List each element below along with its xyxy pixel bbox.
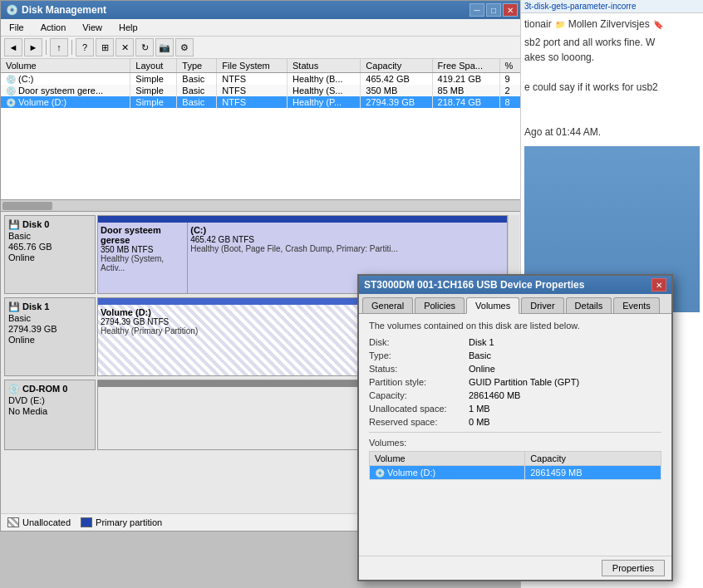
- volumes-table: Volume Capacity 💿 Volume (D:) 2861459 MB: [369, 451, 661, 480]
- settings-button[interactable]: ⚙: [175, 38, 194, 56]
- up-button[interactable]: ↑: [50, 38, 68, 56]
- cell-type-2: Basic: [177, 96, 217, 108]
- menu-help[interactable]: Help: [114, 21, 143, 34]
- toolbar-separator-1: [46, 40, 47, 55]
- cell-status-0: Healthy (B...: [287, 73, 360, 86]
- usb-dialog-title-bar: ST3000DM 001-1CH166 USB Device Propertie…: [359, 276, 671, 294]
- part-size-0: 350 MB NTFS: [101, 245, 184, 254]
- vol-table-row[interactable]: 💿 Volume (D:) 2861459 MB: [370, 466, 661, 480]
- disk1-type: Basic: [8, 313, 91, 323]
- cell-pct-1: 2: [499, 85, 522, 96]
- tab-details[interactable]: Details: [566, 297, 612, 313]
- col-capacity[interactable]: Capacity: [361, 59, 432, 73]
- disk-icon-1: 💾: [8, 301, 20, 311]
- cell-capacity-0: 465.42 GB: [361, 73, 432, 86]
- cell-volume-1: 💿 Door systeem gere...: [1, 85, 130, 96]
- disk1-name: 💾 Disk 1: [8, 301, 91, 312]
- field-label-reserved: Reserved space:: [369, 417, 469, 427]
- tab-policies[interactable]: Policies: [415, 297, 465, 313]
- dialog-field-capacity: Capacity: 2861460 MB: [369, 390, 661, 400]
- cell-fs-0: NTFS: [217, 73, 288, 86]
- vol-cell-capacity: 2861459 MB: [525, 466, 661, 480]
- col-pct[interactable]: %: [499, 59, 522, 73]
- col-type[interactable]: Type: [177, 59, 217, 73]
- vol-col-volume[interactable]: Volume: [370, 452, 525, 466]
- table-row[interactable]: 💿 Door systeem gere... Simple Basic NTFS…: [1, 85, 523, 96]
- partition-system[interactable]: Door systeem gerese 350 MB NTFS Healthy …: [98, 223, 188, 293]
- usb-dialog-title: ST3000DM 001-1CH166 USB Device Propertie…: [364, 279, 584, 291]
- disk1-label: 💾 Disk 1 Basic 2794.39 GB Online: [4, 297, 96, 376]
- browser-url: 3t-disk-gets-parameter-incorre: [521, 0, 703, 13]
- legend-unallocated-box: [7, 517, 19, 527]
- disk0-status: Online: [8, 252, 91, 262]
- vol-cell-volume: 💿 Volume (D:): [370, 466, 525, 480]
- refresh-button[interactable]: ↻: [135, 38, 154, 56]
- part-size-1: 465.42 GB NTFS: [190, 235, 504, 244]
- disk1-size: 2794.39 GB: [8, 324, 91, 334]
- col-free[interactable]: Free Spa...: [432, 59, 499, 73]
- tab-general[interactable]: General: [362, 297, 413, 313]
- dialog-separator: [369, 432, 661, 433]
- vol-col-capacity[interactable]: Capacity: [525, 452, 661, 466]
- dialog-field-reserved: Reserved space: 0 MB: [369, 417, 661, 427]
- col-layout[interactable]: Layout: [130, 59, 177, 73]
- properties-button[interactable]: Properties: [602, 560, 665, 576]
- col-volume[interactable]: Volume: [1, 59, 130, 73]
- disk0-label: 💾 Disk 0 Basic 465.76 GB Online: [4, 215, 96, 294]
- menu-action[interactable]: Action: [36, 21, 71, 34]
- dialog-field-type: Type: Basic: [369, 350, 661, 360]
- browser-text-3: akes so looong.: [524, 50, 700, 65]
- menu-file[interactable]: File: [4, 21, 29, 34]
- usb-dialog-tab-bar: General Policies Volumes Driver Details …: [359, 294, 671, 314]
- cell-status-1: Healthy (S...: [287, 85, 360, 96]
- cell-free-2: 218.74 GB: [432, 96, 499, 108]
- tab-volumes[interactable]: Volumes: [466, 297, 519, 314]
- part-name-1: (C:): [190, 225, 504, 235]
- camera-button[interactable]: 📷: [155, 38, 174, 56]
- pane-button[interactable]: ⊞: [96, 38, 114, 56]
- table-row[interactable]: 💿 Volume (D:) Simple Basic NTFS Healthy …: [1, 96, 523, 108]
- maximize-button[interactable]: □: [486, 3, 501, 17]
- field-value-disk: Disk 1: [469, 337, 494, 347]
- tab-driver[interactable]: Driver: [521, 297, 563, 313]
- dialog-field-unallocated: Unallocated space: 1 MB: [369, 404, 661, 414]
- toolbar-separator-2: [71, 40, 72, 55]
- cell-capacity-2: 2794.39 GB: [361, 96, 432, 108]
- field-label-capacity: Capacity:: [369, 390, 469, 400]
- legend-unallocated-label: Unallocated: [22, 517, 71, 527]
- part-name-0: Door systeem gerese: [101, 225, 184, 245]
- col-fs[interactable]: File System: [217, 59, 288, 73]
- disk0-type: Basic: [8, 231, 91, 241]
- h-scrollbar-thumb[interactable]: [2, 202, 52, 210]
- volume-table: Volume Layout Type File System Status Ca…: [1, 59, 523, 108]
- delete-button[interactable]: ✕: [116, 38, 134, 56]
- back-button[interactable]: ◄: [4, 38, 22, 56]
- dialog-field-status: Status: Online: [369, 364, 661, 374]
- close-button[interactable]: ✕: [503, 3, 518, 17]
- help-button[interactable]: ?: [76, 38, 94, 56]
- cell-fs-2: NTFS: [217, 96, 288, 108]
- disk-mgmt-title-bar: 💿 Disk Management ─ □ ✕: [1, 1, 523, 19]
- cell-layout-0: Simple: [130, 73, 177, 86]
- menu-view[interactable]: View: [77, 21, 107, 34]
- disk0-size: 465.76 GB: [8, 242, 91, 252]
- table-row[interactable]: 💿 (C:) Simple Basic NTFS Healthy (B... 4…: [1, 73, 523, 86]
- field-value-unallocated: 1 MB: [469, 404, 490, 414]
- cdrom-icon: 💿: [8, 384, 20, 394]
- col-status[interactable]: Status: [287, 59, 360, 73]
- forward-button[interactable]: ►: [24, 38, 42, 56]
- field-label-disk: Disk:: [369, 337, 469, 347]
- usb-dialog-close-button[interactable]: ✕: [651, 278, 666, 292]
- disk-mgmt-title: Disk Management: [22, 4, 106, 16]
- minimize-button[interactable]: ─: [469, 3, 484, 17]
- tab-events[interactable]: Events: [613, 297, 660, 313]
- volume-table-container: Volume Layout Type File System Status Ca…: [1, 59, 523, 200]
- browser-text-8: Ago at 01:44 AM.: [524, 125, 700, 140]
- field-value-type: Basic: [469, 350, 491, 360]
- field-value-partition: GUID Partition Table (GPT): [469, 377, 579, 387]
- browser-text-0: tionair: [524, 17, 552, 32]
- disk0-bar: [98, 216, 507, 223]
- field-value-capacity: 2861460 MB: [469, 390, 520, 400]
- part-status-0: Healthy (System, Activ...: [101, 254, 184, 272]
- disk0-name: 💾 Disk 0: [8, 219, 91, 230]
